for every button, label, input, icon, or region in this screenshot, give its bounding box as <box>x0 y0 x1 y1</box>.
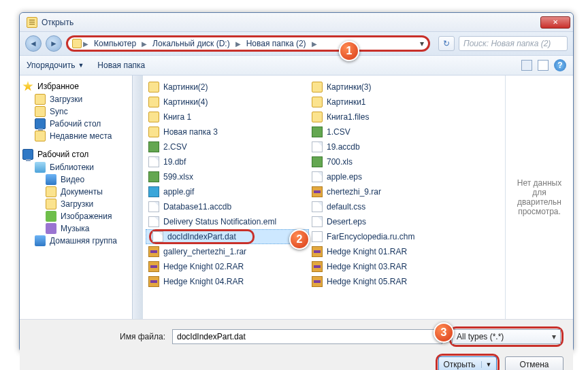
file-item[interactable]: Hedge Knight 04.RAR <box>146 274 309 289</box>
dropdown-icon[interactable]: ▾ <box>420 39 424 48</box>
file-item[interactable]: apple.gif <box>146 184 309 199</box>
file-name: gallery_chertezhi_1.rar <box>163 247 246 256</box>
file-item[interactable]: Hedge Knight 02.RAR <box>146 259 309 274</box>
nav-homegroup[interactable]: Домашняя группа <box>22 235 129 247</box>
chevron-icon: ▶ <box>142 40 147 48</box>
file-item[interactable]: 2.CSV <box>146 139 309 154</box>
crumb-drive[interactable]: Локальный диск (D:) <box>148 39 234 48</box>
file-icon <box>152 231 163 242</box>
file-item[interactable]: 599.xlsx <box>146 169 309 184</box>
file-name: Hedge Knight 02.RAR <box>163 262 244 271</box>
crumb-folder[interactable]: Новая папка (2) <box>242 39 310 48</box>
breadcrumb[interactable]: ▶ Компьютер ▶ Локальный диск (D:) ▶ Нова… <box>66 35 430 52</box>
file-icon <box>148 246 159 257</box>
file-icon <box>148 276 159 287</box>
help-icon[interactable]: ? <box>554 59 566 71</box>
file-icon <box>148 82 159 92</box>
desktop-header[interactable]: Рабочий стол <box>22 149 129 160</box>
file-name: Книга1.files <box>327 112 369 122</box>
file-icon <box>312 246 323 257</box>
music-icon <box>46 223 56 234</box>
refresh-button[interactable]: ↻ <box>438 36 455 51</box>
nav-libraries[interactable]: Библиотеки <box>22 161 129 173</box>
file-item[interactable]: Картинки(2) <box>146 80 309 95</box>
file-name: Hedge Knight 05.RAR <box>327 277 407 286</box>
file-name: 599.xlsx <box>163 172 193 182</box>
nav-images[interactable]: Изображения <box>22 210 129 222</box>
file-item[interactable]: Delivery Status Notification.eml <box>146 214 309 229</box>
file-item[interactable]: Desert.eps <box>309 214 472 229</box>
star-icon <box>22 81 33 92</box>
file-item[interactable]: Новая папка 3 <box>146 124 309 139</box>
file-icon <box>148 201 159 212</box>
file-item[interactable]: Hedge Knight 01.RAR <box>309 244 472 259</box>
file-icon <box>312 276 323 287</box>
file-item[interactable]: Картинки(4) <box>146 95 309 110</box>
file-item[interactable]: chertezhi_9.rar <box>309 184 472 199</box>
home-icon <box>72 39 82 48</box>
close-button[interactable]: ✕ <box>540 16 570 29</box>
folder-icon <box>35 94 46 105</box>
desktop-icon <box>35 118 46 129</box>
file-item[interactable]: default.css <box>309 199 472 214</box>
file-item[interactable]: 1.CSV <box>309 124 472 139</box>
file-item[interactable]: 700.xls <box>309 154 472 169</box>
file-item[interactable]: gallery_chertezhi_1.rar <box>146 244 309 259</box>
recent-icon <box>35 131 46 141</box>
nav-pane: Избранное Загрузки Sync Рабочий стол Нед… <box>20 75 132 319</box>
file-name: 700.xls <box>327 157 353 167</box>
filetype-dropdown[interactable]: All types (*.*) <box>452 329 561 344</box>
file-name: Hedge Knight 04.RAR <box>163 277 244 286</box>
filename-input[interactable]: docIdIndexPart.dat <box>172 329 442 344</box>
folder-icon <box>35 106 46 117</box>
file-icon <box>312 216 323 227</box>
organize-button[interactable]: Упорядочить ▼ <box>27 61 84 70</box>
file-icon <box>148 141 159 152</box>
callout-badge-3: 3 <box>434 322 454 343</box>
file-name: Desert.eps <box>327 217 366 226</box>
nav-downloads2[interactable]: Загрузки <box>22 198 129 210</box>
file-item[interactable]: Hedge Knight 03.RAR <box>309 259 472 274</box>
view-icon[interactable] <box>521 60 532 71</box>
file-item[interactable]: Hedge Knight 05.RAR <box>309 274 472 289</box>
nav-forward-button[interactable]: ► <box>46 35 62 52</box>
file-item[interactable]: FarEncyclopedia.ru.chm <box>309 229 472 244</box>
file-item[interactable]: Книга 1 <box>146 110 309 124</box>
folder-icon <box>46 199 56 209</box>
file-icon <box>148 112 159 122</box>
file-icon <box>312 171 323 182</box>
nav-scrollbar[interactable] <box>132 75 143 319</box>
file-icon <box>312 141 323 152</box>
preview-toggle-icon[interactable] <box>538 60 549 71</box>
nav-desktop[interactable]: Рабочий стол <box>22 118 129 130</box>
nav-downloads[interactable]: Загрузки <box>22 93 129 105</box>
file-item[interactable]: Database11.accdb <box>146 199 309 214</box>
desktop-icon <box>22 149 33 160</box>
nav-back-button[interactable]: ◄ <box>25 35 42 52</box>
nav-documents[interactable]: Документы <box>22 186 129 198</box>
nav-music[interactable]: Музыка <box>22 222 129 235</box>
file-icon <box>148 171 159 182</box>
file-item[interactable]: docIdIndexPart.dat <box>146 229 309 244</box>
file-item[interactable]: 19.accdb <box>309 139 472 154</box>
nav-recent[interactable]: Недавние места <box>22 130 129 142</box>
file-item[interactable]: Картинки1 <box>309 95 472 110</box>
favorites-header[interactable]: Избранное <box>22 81 129 92</box>
open-button[interactable]: Открыть ▼ <box>438 356 497 370</box>
file-item[interactable]: Картинки(3) <box>309 80 472 95</box>
nav-sync[interactable]: Sync <box>22 105 129 118</box>
dialog-body: Избранное Загрузки Sync Рабочий стол Нед… <box>20 75 573 319</box>
search-input[interactable]: Поиск: Новая папка (2) <box>459 36 568 51</box>
file-icon <box>312 261 323 272</box>
file-item[interactable]: Книга1.files <box>309 110 472 124</box>
crumb-computer[interactable]: Компьютер <box>90 39 140 48</box>
file-icon <box>148 156 159 167</box>
filename-label: Имя файла: <box>29 332 165 341</box>
file-item[interactable]: 19.dbf <box>146 154 309 169</box>
new-folder-button[interactable]: Новая папка <box>97 61 145 70</box>
file-name: Hedge Knight 03.RAR <box>327 262 407 271</box>
cancel-button[interactable]: Отмена <box>505 356 564 370</box>
file-item[interactable]: apple.eps <box>309 169 472 184</box>
nav-video[interactable]: Видео <box>22 173 129 186</box>
file-name: 2.CSV <box>163 142 187 152</box>
